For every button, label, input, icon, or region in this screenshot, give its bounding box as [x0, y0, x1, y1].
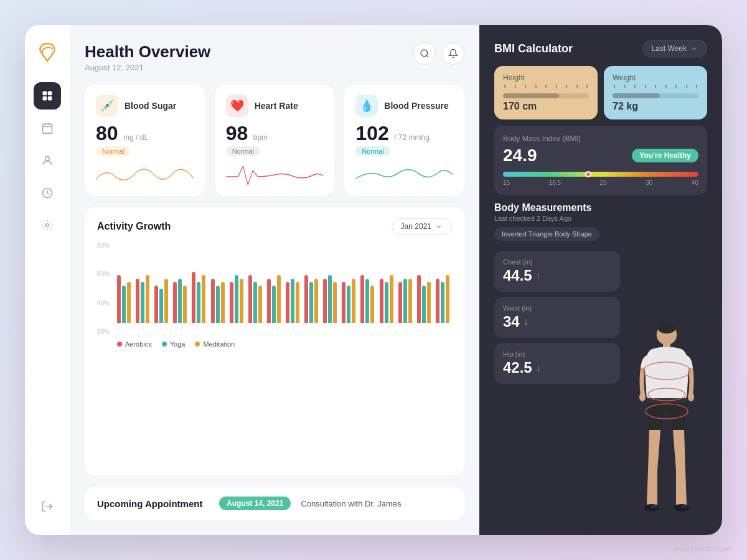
sidebar-item-logout[interactable]	[34, 493, 61, 520]
yoga-bar-8	[272, 286, 276, 324]
yoga-bar-9	[291, 279, 294, 324]
bar-group-15	[398, 279, 415, 324]
yoga-bar-12	[347, 286, 350, 324]
aerobics-bar-0	[117, 275, 121, 323]
aerobics-bar-13	[360, 275, 364, 323]
bar-group-10	[304, 275, 321, 323]
meditation-bar-17	[446, 275, 449, 323]
aerobics-bar-15	[398, 282, 402, 323]
blood-pressure-value: 102	[355, 122, 388, 144]
bar-group-12	[342, 279, 358, 324]
svg-line-13	[426, 55, 428, 57]
svg-point-12	[421, 50, 428, 57]
sidebar-item-calendar[interactable]	[34, 114, 61, 142]
blood-pressure-value-row: 102 / 72 mmhg	[355, 122, 453, 145]
date-selector[interactable]: Jan 2021	[392, 218, 452, 235]
sidebar-item-settings[interactable]	[34, 212, 61, 239]
header-date: August 12, 2021	[85, 63, 210, 72]
body-measurements-title: Body Measurements	[494, 202, 707, 213]
aerobics-bar-11	[323, 279, 327, 324]
search-button[interactable]	[413, 42, 436, 65]
header: Health Overview August 12, 2021	[85, 42, 464, 72]
weight-value: 72 kg	[613, 101, 698, 112]
aerobics-bar-16	[417, 275, 421, 323]
logo-icon	[35, 40, 60, 65]
search-icon	[420, 49, 430, 58]
heart-rate-card: ❤️ Heart Rate 98 bpm Normal	[215, 85, 335, 196]
aerobics-bar-14	[380, 279, 383, 324]
hip-measurement: Hip (in) 42.5 ↓	[494, 343, 620, 384]
body-measurements: Body Measurements Last checked 2 Days Ag…	[494, 202, 707, 520]
weight-label: Weight	[613, 73, 698, 82]
aerobics-bar-7	[248, 275, 252, 323]
bar-group-5	[211, 279, 227, 324]
chart-legend: Aerobics Yoga Meditation	[117, 340, 452, 348]
svg-point-8	[45, 156, 50, 161]
meditation-bar-13	[370, 286, 374, 324]
bar-group-14	[380, 275, 396, 323]
blood-sugar-wave	[96, 161, 194, 186]
chest-measurement: Chest (in) 44.5 ↑	[494, 251, 620, 292]
sidebar-item-profile[interactable]	[34, 147, 61, 174]
period-selector[interactable]: Last Week	[642, 40, 707, 57]
blood-sugar-value-row: 80 mg / dL	[96, 122, 194, 145]
meditation-bar-10	[314, 279, 318, 324]
notifications-button[interactable]	[442, 42, 464, 65]
waist-value: 34	[503, 313, 520, 330]
yoga-bar-11	[328, 275, 332, 323]
aerobics-bar-9	[286, 282, 289, 323]
meditation-bar-3	[183, 286, 187, 324]
waist-label: Waist (in)	[503, 304, 611, 312]
meditation-dot	[195, 342, 200, 347]
svg-point-22	[651, 505, 658, 508]
sidebar-item-reports[interactable]	[34, 179, 61, 207]
yoga-bar-16	[422, 286, 426, 324]
meditation-bar-9	[296, 282, 299, 323]
bmi-healthy-badge: You're Healthy	[632, 149, 698, 162]
meditation-bar-1	[146, 275, 149, 323]
yoga-bar-1	[141, 282, 144, 323]
aerobics-dot	[117, 342, 122, 347]
blood-sugar-label: Blood Sugar	[125, 101, 176, 111]
activity-title: Activity Growth	[97, 221, 171, 232]
metrics-row: 💉 Blood Sugar 80 mg / dL Normal ❤️ Heart…	[85, 85, 464, 196]
bmi-title: BMI Calculator	[494, 42, 573, 55]
meditation-bar-11	[333, 282, 337, 323]
watermark: www.nickelfox.com	[674, 545, 732, 553]
chest-value: 44.5	[503, 267, 532, 284]
blood-pressure-card: 💧 Blood Pressure 102 / 72 mmhg Normal	[344, 85, 464, 196]
heart-rate-badge: Normal	[226, 146, 260, 156]
heart-rate-wave	[226, 161, 324, 186]
bar-group-3	[173, 279, 189, 324]
aerobics-bar-17	[436, 279, 439, 324]
heart-rate-unit: bpm	[253, 133, 268, 142]
bar-group-11	[323, 275, 339, 323]
bmi-result-value: 24.9	[503, 146, 537, 166]
heart-rate-value-row: 98 bpm	[226, 122, 324, 145]
waist-measurement: Waist (in) 34 ↓	[494, 297, 620, 338]
meditation-bar-12	[352, 279, 355, 324]
aerobics-bar-4	[192, 272, 195, 324]
appointment-card: Upcoming Appointment August 14, 2021 Con…	[85, 487, 464, 520]
svg-rect-3	[48, 96, 52, 101]
bmi-metrics: Height 170 cm Weight 72 kg	[494, 66, 707, 119]
aerobics-bar-3	[173, 282, 177, 323]
svg-point-18	[688, 393, 694, 401]
aerobics-bar-8	[267, 279, 271, 324]
header-title-group: Health Overview August 12, 2021	[85, 42, 210, 72]
blood-pressure-badge: Normal	[355, 146, 390, 156]
aerobics-bar-12	[342, 282, 345, 323]
aerobics-bar-2	[154, 286, 158, 324]
appointment-title: Upcoming Appointment	[97, 498, 209, 509]
chevron-down-icon	[435, 223, 443, 230]
period-chevron-icon	[690, 45, 698, 52]
svg-point-15	[658, 324, 675, 334]
bell-icon	[448, 49, 458, 58]
yoga-dot	[162, 342, 167, 347]
sidebar-item-dashboard[interactable]	[34, 82, 61, 110]
bar-group-2	[154, 279, 171, 324]
chart-bars	[117, 242, 452, 335]
svg-rect-1	[48, 91, 52, 96]
bar-group-0	[117, 275, 133, 323]
blood-sugar-card: 💉 Blood Sugar 80 mg / dL Normal	[85, 85, 205, 196]
